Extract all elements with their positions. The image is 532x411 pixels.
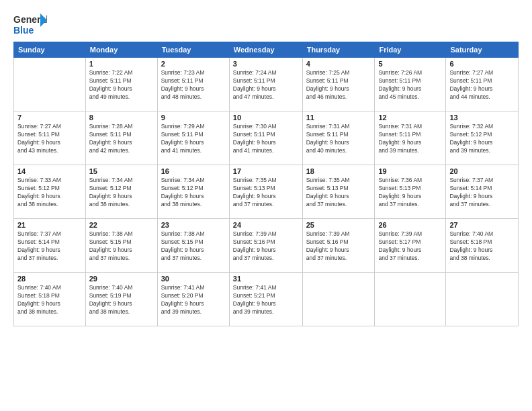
calendar-cell xyxy=(446,273,519,326)
logo-svg: GeneralBlue xyxy=(13,12,47,38)
calendar-cell: 12Sunrise: 7:31 AM Sunset: 5:11 PM Dayli… xyxy=(375,111,446,165)
day-number: 14 xyxy=(17,167,82,175)
day-info: Sunrise: 7:38 AM Sunset: 5:15 PM Dayligh… xyxy=(161,230,226,263)
calendar-cell: 9Sunrise: 7:29 AM Sunset: 5:11 PM Daylig… xyxy=(157,111,229,165)
day-number: 22 xyxy=(89,221,154,229)
calendar-cell: 24Sunrise: 7:39 AM Sunset: 5:16 PM Dayli… xyxy=(229,219,302,273)
calendar-cell: 28Sunrise: 7:40 AM Sunset: 5:18 PM Dayli… xyxy=(14,273,86,326)
calendar-cell: 19Sunrise: 7:36 AM Sunset: 5:13 PM Dayli… xyxy=(375,165,446,219)
day-info: Sunrise: 7:28 AM Sunset: 5:11 PM Dayligh… xyxy=(89,123,154,155)
day-info: Sunrise: 7:37 AM Sunset: 5:14 PM Dayligh… xyxy=(17,230,82,263)
day-number: 24 xyxy=(233,221,299,229)
day-number: 6 xyxy=(449,60,515,68)
day-number: 2 xyxy=(161,60,226,68)
calendar-table: SundayMondayTuesdayWednesdayThursdayFrid… xyxy=(13,42,519,326)
svg-text:Blue: Blue xyxy=(13,25,34,36)
day-number: 28 xyxy=(17,275,82,283)
day-info: Sunrise: 7:39 AM Sunset: 5:16 PM Dayligh… xyxy=(306,230,371,263)
day-info: Sunrise: 7:37 AM Sunset: 5:14 PM Dayligh… xyxy=(449,177,515,209)
calendar-cell: 17Sunrise: 7:35 AM Sunset: 5:13 PM Dayli… xyxy=(229,165,302,219)
weekday-header: Tuesday xyxy=(157,42,229,58)
calendar-cell: 5Sunrise: 7:26 AM Sunset: 5:11 PM Daylig… xyxy=(375,58,446,111)
day-info: Sunrise: 7:34 AM Sunset: 5:12 PM Dayligh… xyxy=(89,177,154,209)
day-info: Sunrise: 7:31 AM Sunset: 5:11 PM Dayligh… xyxy=(378,123,442,155)
day-number: 17 xyxy=(233,167,299,175)
day-info: Sunrise: 7:27 AM Sunset: 5:11 PM Dayligh… xyxy=(17,123,82,155)
calendar-cell xyxy=(302,273,375,326)
calendar-week-row: 21Sunrise: 7:37 AM Sunset: 5:14 PM Dayli… xyxy=(14,219,519,273)
day-number: 3 xyxy=(233,60,299,68)
calendar-cell: 20Sunrise: 7:37 AM Sunset: 5:14 PM Dayli… xyxy=(446,165,519,219)
day-info: Sunrise: 7:40 AM Sunset: 5:18 PM Dayligh… xyxy=(449,230,515,263)
weekday-header: Sunday xyxy=(14,42,86,58)
calendar-cell: 30Sunrise: 7:41 AM Sunset: 5:20 PM Dayli… xyxy=(157,273,229,326)
logo: GeneralBlue xyxy=(13,12,47,38)
calendar-cell: 22Sunrise: 7:38 AM Sunset: 5:15 PM Dayli… xyxy=(85,219,157,273)
day-info: Sunrise: 7:32 AM Sunset: 5:12 PM Dayligh… xyxy=(449,123,515,155)
day-number: 10 xyxy=(233,113,299,122)
day-info: Sunrise: 7:25 AM Sunset: 5:11 PM Dayligh… xyxy=(306,69,371,101)
day-number: 29 xyxy=(89,275,154,283)
day-number: 12 xyxy=(378,113,442,122)
day-info: Sunrise: 7:33 AM Sunset: 5:12 PM Dayligh… xyxy=(17,177,82,209)
calendar-cell: 27Sunrise: 7:40 AM Sunset: 5:18 PM Dayli… xyxy=(446,219,519,273)
day-info: Sunrise: 7:41 AM Sunset: 5:20 PM Dayligh… xyxy=(161,284,226,316)
day-number: 9 xyxy=(161,113,226,122)
page-header: GeneralBlue xyxy=(13,12,519,38)
day-number: 1 xyxy=(89,60,154,68)
day-number: 7 xyxy=(17,113,82,122)
calendar-cell: 10Sunrise: 7:30 AM Sunset: 5:11 PM Dayli… xyxy=(229,111,302,165)
day-number: 26 xyxy=(378,221,442,229)
day-info: Sunrise: 7:40 AM Sunset: 5:19 PM Dayligh… xyxy=(89,284,154,316)
day-info: Sunrise: 7:35 AM Sunset: 5:13 PM Dayligh… xyxy=(306,177,371,209)
day-info: Sunrise: 7:24 AM Sunset: 5:11 PM Dayligh… xyxy=(233,69,299,101)
calendar-cell xyxy=(375,273,446,326)
weekday-header-row: SundayMondayTuesdayWednesdayThursdayFrid… xyxy=(14,42,519,58)
calendar-week-row: 1Sunrise: 7:22 AM Sunset: 5:11 PM Daylig… xyxy=(14,58,519,111)
day-info: Sunrise: 7:22 AM Sunset: 5:11 PM Dayligh… xyxy=(89,69,154,101)
calendar-cell: 8Sunrise: 7:28 AM Sunset: 5:11 PM Daylig… xyxy=(85,111,157,165)
calendar-cell: 7Sunrise: 7:27 AM Sunset: 5:11 PM Daylig… xyxy=(14,111,86,165)
day-info: Sunrise: 7:34 AM Sunset: 5:12 PM Dayligh… xyxy=(161,177,226,209)
weekday-header: Saturday xyxy=(446,42,519,58)
day-number: 21 xyxy=(17,221,82,229)
calendar-cell: 29Sunrise: 7:40 AM Sunset: 5:19 PM Dayli… xyxy=(85,273,157,326)
calendar-week-row: 28Sunrise: 7:40 AM Sunset: 5:18 PM Dayli… xyxy=(14,273,519,326)
day-info: Sunrise: 7:40 AM Sunset: 5:18 PM Dayligh… xyxy=(17,284,82,316)
day-info: Sunrise: 7:31 AM Sunset: 5:11 PM Dayligh… xyxy=(306,123,371,155)
calendar-cell: 13Sunrise: 7:32 AM Sunset: 5:12 PM Dayli… xyxy=(446,111,519,165)
day-info: Sunrise: 7:30 AM Sunset: 5:11 PM Dayligh… xyxy=(233,123,299,155)
day-number: 15 xyxy=(89,167,154,175)
day-info: Sunrise: 7:41 AM Sunset: 5:21 PM Dayligh… xyxy=(233,284,299,316)
day-info: Sunrise: 7:29 AM Sunset: 5:11 PM Dayligh… xyxy=(161,123,226,155)
calendar-cell: 6Sunrise: 7:27 AM Sunset: 5:11 PM Daylig… xyxy=(446,58,519,111)
day-number: 4 xyxy=(306,60,371,68)
calendar-cell: 4Sunrise: 7:25 AM Sunset: 5:11 PM Daylig… xyxy=(302,58,375,111)
day-number: 25 xyxy=(306,221,371,229)
day-number: 27 xyxy=(449,221,515,229)
calendar-cell: 23Sunrise: 7:38 AM Sunset: 5:15 PM Dayli… xyxy=(157,219,229,273)
calendar-cell: 31Sunrise: 7:41 AM Sunset: 5:21 PM Dayli… xyxy=(229,273,302,326)
calendar-cell: 11Sunrise: 7:31 AM Sunset: 5:11 PM Dayli… xyxy=(302,111,375,165)
calendar-cell: 16Sunrise: 7:34 AM Sunset: 5:12 PM Dayli… xyxy=(157,165,229,219)
calendar-week-row: 7Sunrise: 7:27 AM Sunset: 5:11 PM Daylig… xyxy=(14,111,519,165)
day-number: 23 xyxy=(161,221,226,229)
day-info: Sunrise: 7:39 AM Sunset: 5:17 PM Dayligh… xyxy=(378,230,442,263)
calendar-cell: 18Sunrise: 7:35 AM Sunset: 5:13 PM Dayli… xyxy=(302,165,375,219)
calendar-cell: 3Sunrise: 7:24 AM Sunset: 5:11 PM Daylig… xyxy=(229,58,302,111)
day-info: Sunrise: 7:23 AM Sunset: 5:11 PM Dayligh… xyxy=(161,69,226,101)
day-number: 5 xyxy=(378,60,442,68)
day-info: Sunrise: 7:26 AM Sunset: 5:11 PM Dayligh… xyxy=(378,69,442,101)
day-number: 31 xyxy=(233,275,299,283)
calendar-cell: 14Sunrise: 7:33 AM Sunset: 5:12 PM Dayli… xyxy=(14,165,86,219)
day-number: 16 xyxy=(161,167,226,175)
calendar-cell: 25Sunrise: 7:39 AM Sunset: 5:16 PM Dayli… xyxy=(302,219,375,273)
calendar-cell: 1Sunrise: 7:22 AM Sunset: 5:11 PM Daylig… xyxy=(85,58,157,111)
calendar-cell: 26Sunrise: 7:39 AM Sunset: 5:17 PM Dayli… xyxy=(375,219,446,273)
day-info: Sunrise: 7:39 AM Sunset: 5:16 PM Dayligh… xyxy=(233,230,299,263)
weekday-header: Friday xyxy=(375,42,446,58)
weekday-header: Wednesday xyxy=(229,42,302,58)
day-number: 8 xyxy=(89,113,154,122)
day-number: 30 xyxy=(161,275,226,283)
day-number: 18 xyxy=(306,167,371,175)
